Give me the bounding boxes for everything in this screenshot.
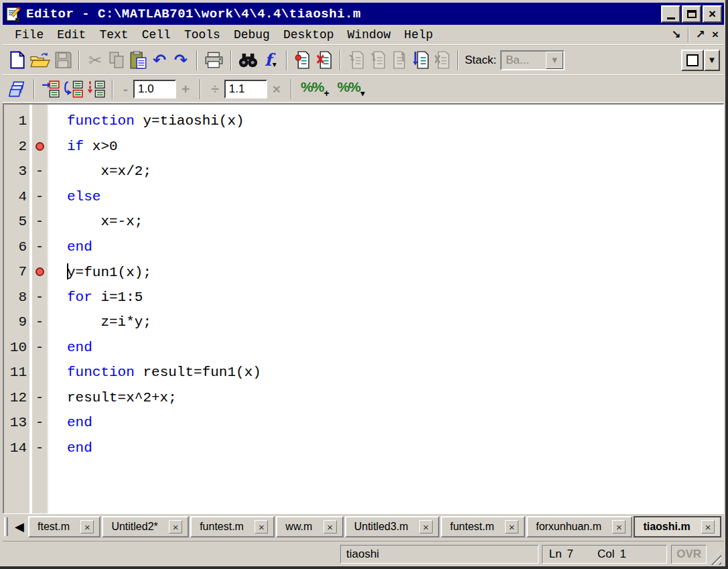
exit-debug-button[interactable] <box>431 49 453 72</box>
code-text[interactable]: end <box>48 440 723 456</box>
code-editor[interactable]: 1function y=tiaoshi(x)2if x>03- x=x/2;4-… <box>3 103 724 513</box>
stack-combobox[interactable]: Ba... ▼ <box>500 50 565 70</box>
run-button[interactable] <box>410 49 431 72</box>
new-file-button[interactable] <box>7 49 28 72</box>
tab-close-icon[interactable]: × <box>419 520 433 533</box>
undo-button[interactable]: ↶ <box>149 49 170 72</box>
tab-bar-grip[interactable] <box>4 517 8 536</box>
divide-value-button[interactable]: ÷ <box>206 81 224 97</box>
code-text[interactable]: z=i*y; <box>48 314 723 330</box>
evaluate-entire-file-button[interactable] <box>7 78 29 101</box>
tab-close-icon[interactable]: × <box>323 520 337 533</box>
code-text[interactable]: function y=tiaoshi(x) <box>48 113 723 129</box>
code-text[interactable]: end <box>48 239 723 255</box>
code-line[interactable]: 13-end <box>4 410 723 436</box>
find-button[interactable] <box>236 49 260 72</box>
code-text[interactable]: function result=fun1(x) <box>48 365 723 380</box>
cut-button[interactable]: ✂ <box>84 49 106 72</box>
step-out-button[interactable] <box>388 49 410 72</box>
code-line[interactable]: 14-end <box>4 436 723 461</box>
code-line[interactable]: 4-else <box>4 184 723 210</box>
document-tab[interactable]: ww.m× <box>276 516 343 538</box>
tab-close-icon[interactable]: × <box>254 520 268 533</box>
menu-text[interactable]: Text <box>92 27 135 43</box>
document-tab[interactable]: ftest.m× <box>28 516 100 538</box>
increment-value-button[interactable]: + <box>176 81 195 97</box>
breakpoint-gutter-cell[interactable]: - <box>31 189 48 204</box>
step-in-button[interactable] <box>367 49 388 72</box>
code-text[interactable]: else <box>48 189 723 204</box>
menu-tools[interactable]: Tools <box>177 27 227 43</box>
breakpoint-gutter-cell[interactable] <box>31 139 48 154</box>
code-line[interactable]: 8-for i=1:5 <box>4 285 723 310</box>
code-text[interactable]: x=x/2; <box>48 164 723 179</box>
document-tab[interactable]: funtest.m× <box>441 516 525 538</box>
clear-breakpoints-button[interactable] <box>313 49 335 72</box>
code-line[interactable]: 2if x>0 <box>4 134 723 160</box>
code-text[interactable]: end <box>48 340 723 355</box>
multiply-factor-field[interactable] <box>224 80 267 99</box>
redo-button[interactable]: ↷ <box>170 49 192 72</box>
decrement-step-field[interactable] <box>133 80 176 99</box>
tab-close-icon[interactable]: × <box>169 520 182 533</box>
code-text[interactable]: if x>0 <box>48 139 723 154</box>
evaluate-current-cell-and-advance-button[interactable] <box>85 78 107 101</box>
function-browser-button[interactable]: f ▾ <box>260 49 281 72</box>
document-tab[interactable]: funtest.m× <box>190 516 275 538</box>
code-line[interactable]: 7y=fun1(x); <box>4 259 723 285</box>
breakpoint-gutter-cell[interactable]: - <box>31 340 48 355</box>
multiply-value-button[interactable]: × <box>267 81 286 97</box>
breakpoint-gutter-cell[interactable] <box>31 264 48 279</box>
evaluate-cell-and-advance-button[interactable] <box>62 78 85 101</box>
breakpoint-gutter-cell[interactable]: - <box>31 214 48 229</box>
evaluate-cell-button[interactable] <box>40 78 62 101</box>
breakpoint-gutter-cell[interactable]: - <box>31 314 48 330</box>
cell-options-button[interactable]: %% ▾ <box>334 80 369 99</box>
tab-close-icon[interactable]: × <box>701 520 715 533</box>
editor-layout-button[interactable] <box>681 50 704 71</box>
code-text[interactable]: y=fun1(x); <box>48 264 723 280</box>
breakpoint-gutter-cell[interactable]: - <box>31 164 48 179</box>
breakpoint-icon[interactable] <box>35 267 44 276</box>
undock-document-icon[interactable]: ↗ <box>696 27 705 42</box>
menu-cell[interactable]: Cell <box>135 27 177 43</box>
editor-layout-dropdown-button[interactable]: ▼ <box>704 50 720 71</box>
minimize-button[interactable] <box>661 5 680 23</box>
tab-close-icon[interactable]: × <box>80 520 94 533</box>
menu-file[interactable]: File <box>8 27 50 43</box>
copy-button[interactable] <box>106 49 127 72</box>
maximize-button[interactable] <box>682 5 701 23</box>
document-tab[interactable]: Untitled3.m× <box>345 516 439 538</box>
window-resize-grip[interactable] <box>707 550 721 565</box>
code-line[interactable]: 5- x=-x; <box>4 209 723 235</box>
code-line[interactable]: 1function y=tiaoshi(x) <box>4 109 723 134</box>
dock-editor-icon[interactable]: ↘ <box>672 27 681 42</box>
open-file-button[interactable] <box>28 49 52 72</box>
close-button[interactable]: × <box>703 5 722 23</box>
breakpoint-icon[interactable] <box>35 142 44 151</box>
stack-dropdown-button[interactable]: ▼ <box>546 52 563 69</box>
code-line[interactable]: 3- x=x/2; <box>4 159 723 184</box>
step-button[interactable] <box>346 49 367 72</box>
code-text[interactable]: result=x^2+x; <box>48 390 723 405</box>
menu-window[interactable]: Window <box>341 27 398 43</box>
tab-scroll-left-button[interactable]: ◀ <box>11 517 28 537</box>
code-line[interactable]: 9- z=i*y; <box>4 310 723 335</box>
menu-help[interactable]: Help <box>397 27 439 43</box>
tab-close-icon[interactable]: × <box>612 520 626 533</box>
document-tab-active[interactable]: tiaoshi.m× <box>634 516 721 538</box>
breakpoint-gutter-cell[interactable]: - <box>31 290 48 305</box>
code-line[interactable]: 10-end <box>4 335 723 361</box>
code-text[interactable]: end <box>48 415 723 430</box>
breakpoint-gutter-cell[interactable]: - <box>31 415 48 430</box>
decrement-value-button[interactable]: - <box>118 81 133 97</box>
toggle-breakpoint-button[interactable] <box>292 49 313 72</box>
document-tab[interactable]: forxunhuan.m× <box>526 516 632 538</box>
code-line[interactable]: 11function result=fun1(x) <box>4 360 723 385</box>
code-line[interactable]: 6-end <box>4 235 723 260</box>
breakpoint-gutter-cell[interactable]: - <box>31 239 48 255</box>
menu-debug[interactable]: Debug <box>227 27 277 43</box>
code-text[interactable]: x=-x; <box>48 214 723 229</box>
save-button[interactable] <box>52 49 74 72</box>
document-tab[interactable]: Untitled2*× <box>102 516 189 538</box>
